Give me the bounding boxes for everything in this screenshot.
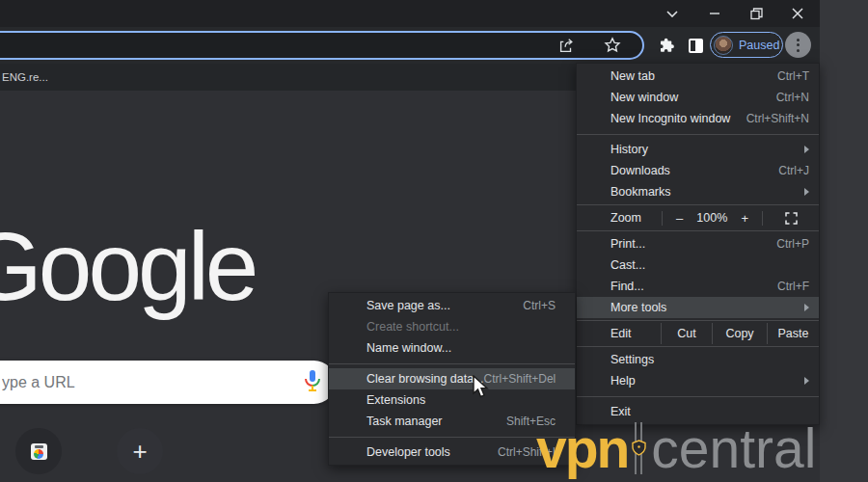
bookmark-star-icon[interactable] — [598, 31, 627, 60]
submenu-arrow-icon — [804, 304, 809, 311]
watermark-shield-icon — [631, 420, 648, 476]
menu-item-history[interactable]: History — [577, 139, 819, 160]
watermark-central-text: central — [651, 421, 816, 476]
fullscreen-button[interactable] — [763, 212, 819, 225]
extensions-puzzle-icon[interactable] — [652, 31, 681, 60]
edit-paste-button[interactable]: Paste — [768, 323, 819, 344]
menu-item-name-window[interactable]: Name window... — [329, 337, 575, 359]
submenu-arrow-icon — [804, 146, 809, 153]
minimize-button[interactable] — [700, 0, 729, 27]
menu-item-more-tools[interactable]: More tools — [577, 297, 819, 318]
menu-separator — [577, 204, 819, 205]
menu-separator — [577, 134, 819, 135]
restore-button[interactable] — [742, 0, 771, 27]
web-store-icon — [31, 443, 47, 460]
zoom-label: Zoom — [577, 211, 662, 225]
zoom-out-button[interactable]: – — [676, 211, 683, 226]
profile-badge[interactable]: Paused — [710, 32, 783, 58]
share-icon[interactable] — [552, 31, 581, 60]
zoom-value: 100% — [696, 211, 727, 225]
menu-item-cast[interactable]: Cast... — [577, 254, 819, 276]
edit-copy-button[interactable]: Copy — [713, 323, 768, 344]
watermark-vpn-text: vpn — [536, 421, 628, 476]
screenshot-root: Paused ENG.re... Google — [0, 0, 868, 482]
menu-dots-button[interactable] — [785, 32, 811, 58]
menu-separator — [577, 396, 819, 397]
edit-cut-button[interactable]: Cut — [662, 323, 713, 344]
menu-separator — [577, 346, 819, 347]
submenu-arrow-icon — [804, 377, 809, 385]
vpncentral-watermark: vpn central — [536, 420, 816, 476]
menu-item-create-shortcut: Create shortcut... — [329, 316, 575, 337]
web-store-shortcut[interactable] — [15, 428, 62, 474]
mic-icon[interactable] — [304, 369, 321, 396]
menu-separator — [577, 230, 819, 231]
address-bar[interactable] — [0, 31, 644, 60]
chrome-main-menu: New tabCtrl+TNew windowCtrl+NNew Incogni… — [576, 63, 820, 425]
side-panel-icon[interactable] — [681, 31, 710, 60]
search-input[interactable] — [0, 374, 304, 391]
menu-separator — [329, 363, 575, 364]
menu-item-edit: EditCutCopyPaste — [577, 323, 819, 344]
menu-item-new-window[interactable]: New windowCtrl+N — [577, 87, 819, 108]
menu-item-downloads[interactable]: DownloadsCtrl+J — [577, 160, 819, 181]
google-logo: Google — [0, 218, 255, 314]
toolbar: Paused — [0, 27, 820, 64]
menu-item-new-tab[interactable]: New tabCtrl+T — [577, 66, 819, 87]
menu-item-settings[interactable]: Settings — [577, 349, 819, 370]
titlebar — [0, 0, 820, 27]
close-button[interactable] — [783, 0, 812, 27]
menu-item-new-incognito-window[interactable]: New Incognito windowCtrl+Shift+N — [577, 108, 819, 129]
menu-item-print[interactable]: Print...Ctrl+P — [577, 233, 819, 254]
bookmark-item[interactable]: ENG.re... — [0, 71, 48, 83]
avatar — [714, 36, 733, 55]
chevron-down-icon[interactable] — [658, 0, 687, 27]
search-bar[interactable] — [0, 361, 336, 404]
menu-item-find[interactable]: Find...Ctrl+F — [577, 276, 819, 297]
menu-item-save-page-as[interactable]: Save page as...Ctrl+S — [329, 295, 575, 316]
add-shortcut-button[interactable]: + — [117, 428, 163, 474]
menu-item-bookmarks[interactable]: Bookmarks — [577, 181, 819, 202]
sync-paused-label: Paused — [739, 39, 779, 52]
menu-separator — [577, 320, 819, 321]
menu-item-help[interactable]: Help — [577, 370, 819, 391]
edit-label: Edit — [577, 323, 662, 344]
plus-icon: + — [132, 437, 147, 467]
zoom-in-button[interactable]: + — [741, 211, 748, 226]
zoom-controls: –100%+ — [662, 211, 763, 226]
mouse-cursor — [473, 375, 491, 404]
submenu-arrow-icon — [804, 188, 809, 196]
menu-item-zoom: Zoom–100%+ — [577, 207, 819, 228]
menu-item-extensions[interactable]: Extensions — [329, 389, 575, 411]
menu-item-clear-browsing-data[interactable]: Clear browsing data...Ctrl+Shift+Del — [329, 368, 575, 389]
